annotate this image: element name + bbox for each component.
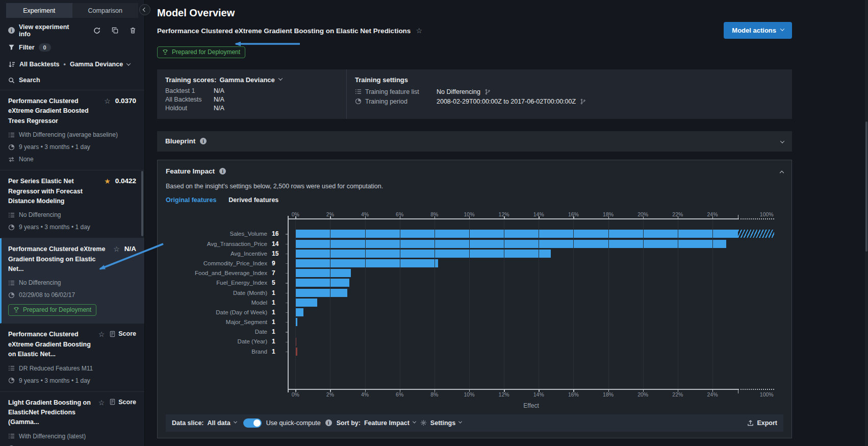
- chevron-down-icon[interactable]: [781, 138, 784, 145]
- model-card[interactable]: Performance Clustered eXtreme Gradient B…: [0, 324, 144, 391]
- score-row-value: N/A: [214, 96, 338, 103]
- trash-icon[interactable]: [130, 27, 136, 34]
- model-meta: 02/29/08 to 06/02/17: [8, 291, 136, 299]
- info-icon[interactable]: i: [200, 138, 207, 144]
- sort-scope[interactable]: All Backtests: [19, 61, 60, 68]
- star-icon[interactable]: ☆: [416, 27, 422, 35]
- list-icon: [8, 433, 15, 439]
- impact-bar: [295, 230, 737, 238]
- model-score: 0.0422: [115, 177, 136, 185]
- impact-bar: [295, 299, 317, 307]
- gear-icon: [420, 419, 427, 426]
- export-button[interactable]: Export: [747, 419, 777, 427]
- training-scores-section: Training scores: Gamma Deviance Backtest…: [157, 69, 347, 119]
- sort-metric-dropdown[interactable]: Gamma Deviance: [70, 61, 123, 68]
- collapse-sidebar-button[interactable]: [139, 4, 150, 15]
- axis-tick-label: 4%: [361, 391, 369, 398]
- score-icon: [109, 399, 116, 405]
- branch-icon[interactable]: [484, 89, 491, 95]
- feature-count: 1: [272, 338, 285, 345]
- feature-label: Date (Day of Week): [216, 309, 267, 315]
- search-input[interactable]: Search: [19, 77, 40, 84]
- axis-tick-label: 8%: [430, 391, 438, 398]
- training-period-value: 2008-02-29T00:00:00Z to 2017-06-02T00:00…: [437, 98, 576, 105]
- feature-label: Avg_Incentive: [231, 251, 267, 257]
- chevron-up-icon[interactable]: [780, 167, 783, 175]
- info-icon[interactable]: i: [325, 419, 332, 426]
- feature-label: Brand: [251, 349, 267, 355]
- score-icon: [109, 331, 116, 337]
- clock-icon: [8, 144, 15, 151]
- model-meta: With Differencing (average baseline): [8, 131, 136, 138]
- blueprint-section[interactable]: Blueprint i: [157, 131, 792, 152]
- blueprint-title: Blueprint: [165, 137, 195, 145]
- tab-derived-features[interactable]: Derived features: [228, 196, 278, 204]
- copy-icon[interactable]: [112, 27, 118, 34]
- model-meta: DR Reduced Features M11: [8, 365, 136, 372]
- impact-bar: [295, 308, 303, 316]
- trophy-icon: [162, 49, 168, 55]
- plot-area: [288, 219, 774, 389]
- axis-tick-label: 18%: [603, 391, 614, 398]
- quick-compute-label: Use quick-compute: [266, 419, 321, 427]
- star-icon[interactable]: ☆: [98, 399, 105, 407]
- feature-impact-section: Feature Impact i Based on the insight's …: [157, 160, 792, 438]
- score-row-value: N/A: [214, 105, 338, 112]
- feature-row: Brand1: [166, 346, 285, 356]
- data-slice-dropdown[interactable]: Data slice:All data: [172, 419, 237, 427]
- axis-max-label: 100%: [760, 391, 774, 398]
- model-meta: No Differencing: [8, 211, 136, 218]
- sidebar-tabbar: Experiment Comparison: [6, 3, 138, 18]
- score-row-label: Holdout: [165, 105, 214, 112]
- star-icon[interactable]: ☆: [104, 97, 111, 106]
- tab-original-features[interactable]: Original features: [166, 196, 216, 204]
- info-icon: i: [8, 27, 15, 34]
- feature-row: Date (Month)1: [166, 288, 285, 298]
- model-title: Light Gradient Boosting on ElasticNet Pr…: [8, 398, 94, 428]
- filter-icon: [8, 44, 15, 51]
- model-actions-button[interactable]: Model actions: [724, 22, 792, 39]
- model-title: Performance Clustered eXtreme Gradient B…: [8, 330, 94, 359]
- model-title: Performance Clustered eXtreme Gradient B…: [8, 96, 100, 126]
- model-meta: None: [8, 156, 136, 163]
- view-experiment-info-link[interactable]: View experiment info: [19, 23, 78, 38]
- sidebar: Experiment Comparison i View experiment …: [0, 0, 145, 446]
- feature-count: 1: [272, 348, 285, 355]
- list-icon: [8, 132, 15, 138]
- clock-icon: [8, 377, 15, 384]
- feature-impact-description: Based on the insight's settings below, 2…: [166, 183, 783, 190]
- sidebar-scrollbar[interactable]: [141, 171, 143, 236]
- branch-icon[interactable]: [580, 98, 586, 105]
- model-card[interactable]: Per Series Elastic Net Regressor with Fo…: [0, 170, 144, 238]
- sort-by-dropdown[interactable]: Sort by:Feature Impact: [337, 419, 416, 427]
- star-icon[interactable]: ☆: [113, 245, 120, 254]
- training-settings-title: Training settings: [355, 76, 408, 84]
- feature-label: Commodity_Price_Index: [203, 260, 267, 266]
- page-scrollbar[interactable]: [865, 0, 868, 446]
- tab-comparison[interactable]: Comparison: [72, 3, 139, 18]
- scrollbar-thumb[interactable]: [865, 121, 867, 252]
- settings-dropdown[interactable]: Settings: [420, 419, 462, 427]
- filter-button[interactable]: Filter: [19, 44, 35, 51]
- model-card[interactable]: Performance Clustered eXtreme Gradient B…: [0, 238, 144, 324]
- clock-icon: [355, 98, 362, 105]
- feature-row: Fuel_Energy_Index5: [166, 278, 285, 288]
- feature-list-value: No Differencing: [437, 88, 480, 95]
- feature-label: Date (Month): [233, 290, 267, 296]
- compute-score-button[interactable]: Score: [109, 330, 136, 337]
- model-card[interactable]: Performance Clustered eXtreme Gradient B…: [0, 90, 144, 170]
- compute-score-button[interactable]: Score: [109, 399, 136, 406]
- axis-tick-label: 2%: [326, 391, 334, 398]
- feature-count: 15: [272, 250, 285, 257]
- tab-experiment[interactable]: Experiment: [6, 3, 72, 18]
- model-card[interactable]: Light Gradient Boosting on ElasticNet Pr…: [0, 392, 144, 446]
- axis-tick-label: 0%: [292, 391, 299, 398]
- info-icon[interactable]: i: [219, 168, 226, 175]
- x-axis-bottom: 0%2%4%6%8%10%12%14%16%18%20%22%24%100%: [288, 389, 774, 399]
- feature-label: Fuel_Energy_Index: [216, 280, 267, 286]
- star-icon[interactable]: ★: [104, 177, 111, 186]
- quick-compute-toggle[interactable]: [243, 418, 262, 428]
- star-icon[interactable]: ☆: [98, 330, 105, 339]
- refresh-icon[interactable]: [93, 27, 100, 34]
- training-metric-dropdown[interactable]: Gamma Deviance: [219, 76, 274, 84]
